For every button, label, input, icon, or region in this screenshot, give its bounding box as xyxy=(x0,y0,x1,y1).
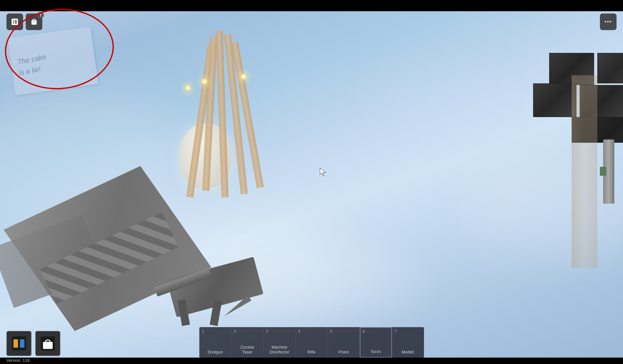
slot-label-1: Shotgun xyxy=(207,350,223,355)
game-background: The cake is a lie! xyxy=(0,0,623,364)
block-2 xyxy=(597,53,623,83)
note-paper: The cake is a lie! xyxy=(8,27,99,95)
backpack-button[interactable]: 1 xyxy=(26,13,42,30)
slot-label-6: Torch xyxy=(371,349,381,354)
top-right-button-container: ••• xyxy=(600,13,617,30)
slot-number-3: 3 xyxy=(266,329,268,334)
svg-rect-3 xyxy=(15,20,17,24)
hotbar-slot-4[interactable]: 4 Rifle xyxy=(296,327,328,358)
svg-rect-5 xyxy=(33,21,35,22)
menu-dots: ••• xyxy=(605,19,612,25)
cursor xyxy=(319,167,327,179)
svg-rect-7 xyxy=(13,339,18,348)
scene-container: The cake is a lie! xyxy=(0,11,623,358)
game-viewport: The cake is a lie! xyxy=(0,0,623,364)
svg-rect-1 xyxy=(12,19,18,25)
shop-button[interactable] xyxy=(35,331,60,356)
svg-rect-4 xyxy=(31,20,37,25)
slot-label-5: Pistol xyxy=(339,350,349,355)
version-text: Version: 118 xyxy=(6,358,30,363)
hotbar-slot-6[interactable]: 6 Torch xyxy=(360,327,392,358)
slot-label-7: Medkit xyxy=(402,350,414,355)
light-1 xyxy=(185,85,191,91)
top-left-buttons: 1 xyxy=(6,13,42,30)
slot-number-1: 1 xyxy=(202,329,204,334)
svg-rect-2 xyxy=(13,20,14,24)
hotbar-slot-3[interactable]: 3 MachineDisinfector xyxy=(264,327,296,358)
slot-number-2: 2 xyxy=(234,329,236,334)
slot-label-2: ZombieTaser xyxy=(240,345,254,355)
slot-number-5: 5 xyxy=(330,329,333,334)
slot-number-6: 6 xyxy=(363,329,365,334)
bottom-bar xyxy=(0,358,623,364)
roblox-logo-button[interactable] xyxy=(6,13,23,30)
block-4 xyxy=(533,83,576,117)
backpack-badge: 1 xyxy=(38,12,44,18)
light-3 xyxy=(241,74,247,80)
inventory-button[interactable] xyxy=(6,331,31,356)
slot-number-4: 4 xyxy=(298,329,300,334)
top-bar xyxy=(0,0,623,11)
hotbar-slot-5[interactable]: 5 Pistol xyxy=(328,327,360,358)
menu-button[interactable]: ••• xyxy=(600,13,617,30)
hotbar-slot-1[interactable]: 1 Shotgun xyxy=(199,327,231,358)
hotbar-slot-2[interactable]: 2 ZombieTaser xyxy=(231,327,264,358)
player-figure xyxy=(600,167,606,176)
svg-rect-10 xyxy=(43,342,53,349)
hotbar-slot-7[interactable]: 7 Medkit xyxy=(392,327,424,358)
right-pillar xyxy=(572,75,597,268)
svg-marker-0 xyxy=(320,168,326,176)
slot-label-4: Rifle xyxy=(307,350,316,355)
slot-number-7: 7 xyxy=(394,329,397,334)
hotbar: 1 Shotgun 2 ZombieTaser 3 MachineDisinfe… xyxy=(199,327,424,358)
bottom-left-ui xyxy=(6,331,60,356)
light-2 xyxy=(202,79,207,84)
svg-rect-8 xyxy=(20,339,24,348)
slot-label-3: MachineDisinfector xyxy=(270,345,289,355)
